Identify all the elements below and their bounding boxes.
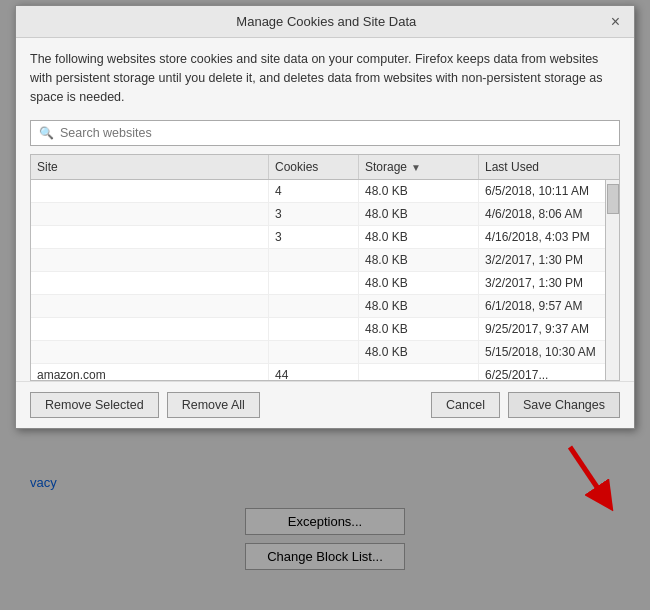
cell-site (31, 341, 269, 363)
cancel-button[interactable]: Cancel (431, 392, 500, 418)
col-storage: Storage ▼ (359, 155, 479, 179)
close-button[interactable]: × (607, 14, 624, 30)
cell-site (31, 180, 269, 202)
cell-cookies (269, 295, 359, 317)
dialog-description: The following websites store cookies and… (16, 38, 634, 116)
search-icon: 🔍 (39, 126, 54, 140)
table-body: 4 48.0 KB 6/5/2018, 10:11 AM 3 48.0 KB 4… (31, 180, 619, 380)
cell-cookies (269, 341, 359, 363)
cell-cookies (269, 272, 359, 294)
search-bar: 🔍 (30, 120, 620, 146)
col-last-used: Last Used (479, 155, 619, 179)
cell-last-used: 9/25/2017, 9:37 AM (479, 318, 619, 340)
cell-site (31, 203, 269, 225)
cell-storage: 48.0 KB (359, 341, 479, 363)
cell-storage: 48.0 KB (359, 180, 479, 202)
cell-storage: 48.0 KB (359, 272, 479, 294)
table-row[interactable]: 48.0 KB 6/1/2018, 9:57 AM (31, 295, 619, 318)
col-cookies: Cookies (269, 155, 359, 179)
manage-cookies-dialog: Manage Cookies and Site Data × The follo… (15, 5, 635, 429)
col-site: Site (31, 155, 269, 179)
search-input[interactable] (60, 126, 611, 140)
cell-storage: 48.0 KB (359, 203, 479, 225)
dialog-title-bar: Manage Cookies and Site Data × (16, 6, 634, 38)
cell-cookies (269, 318, 359, 340)
cell-site (31, 249, 269, 271)
cell-site (31, 272, 269, 294)
cell-cookies: 3 (269, 226, 359, 248)
cell-last-used: 3/2/2017, 1:30 PM (479, 272, 619, 294)
cell-last-used: 6/1/2018, 9:57 AM (479, 295, 619, 317)
table-row[interactable]: 3 48.0 KB 4/6/2018, 8:06 AM (31, 203, 619, 226)
cell-site (31, 226, 269, 248)
remove-all-button[interactable]: Remove All (167, 392, 260, 418)
left-action-buttons: Remove Selected Remove All (30, 392, 260, 418)
cell-last-used: 4/6/2018, 8:06 AM (479, 203, 619, 225)
dialog-title: Manage Cookies and Site Data (46, 14, 607, 29)
cell-last-used: 6/25/2017... (479, 364, 619, 380)
cell-last-used: 6/5/2018, 10:11 AM (479, 180, 619, 202)
modal-overlay: Manage Cookies and Site Data × The follo… (0, 0, 650, 610)
remove-selected-button[interactable]: Remove Selected (30, 392, 159, 418)
table-header: Site Cookies Storage ▼ Last Used (31, 155, 619, 180)
cell-last-used: 5/15/2018, 10:30 AM (479, 341, 619, 363)
table-row[interactable]: amazon.com 44 6/25/2017... (31, 364, 619, 380)
cell-site (31, 318, 269, 340)
cell-site: amazon.com (31, 364, 269, 380)
cell-cookies: 3 (269, 203, 359, 225)
right-action-buttons: Cancel Save Changes (431, 392, 620, 418)
table-scrollbar[interactable] (605, 180, 619, 380)
cell-site (31, 295, 269, 317)
cell-last-used: 4/16/2018, 4:03 PM (479, 226, 619, 248)
table-row[interactable]: 48.0 KB 9/25/2017, 9:37 AM (31, 318, 619, 341)
save-changes-button[interactable]: Save Changes (508, 392, 620, 418)
table-row[interactable]: 48.0 KB 5/15/2018, 10:30 AM (31, 341, 619, 364)
table-row[interactable]: 4 48.0 KB 6/5/2018, 10:11 AM (31, 180, 619, 203)
table-row[interactable]: 48.0 KB 3/2/2017, 1:30 PM (31, 272, 619, 295)
cell-storage: 48.0 KB (359, 249, 479, 271)
cell-storage: 48.0 KB (359, 295, 479, 317)
table-row[interactable]: 48.0 KB 3/2/2017, 1:30 PM (31, 249, 619, 272)
cell-storage (359, 364, 479, 380)
cell-last-used: 3/2/2017, 1:30 PM (479, 249, 619, 271)
cell-cookies (269, 249, 359, 271)
table-row[interactable]: 3 48.0 KB 4/16/2018, 4:03 PM (31, 226, 619, 249)
action-row: Remove Selected Remove All Cancel Save C… (16, 381, 634, 428)
sort-desc-icon[interactable]: ▼ (411, 162, 421, 173)
cookies-table: Site Cookies Storage ▼ Last Used 4 48.0 … (30, 154, 620, 381)
scrollbar-thumb[interactable] (607, 184, 619, 214)
cell-cookies: 44 (269, 364, 359, 380)
cell-cookies: 4 (269, 180, 359, 202)
cell-storage: 48.0 KB (359, 226, 479, 248)
cell-storage: 48.0 KB (359, 318, 479, 340)
